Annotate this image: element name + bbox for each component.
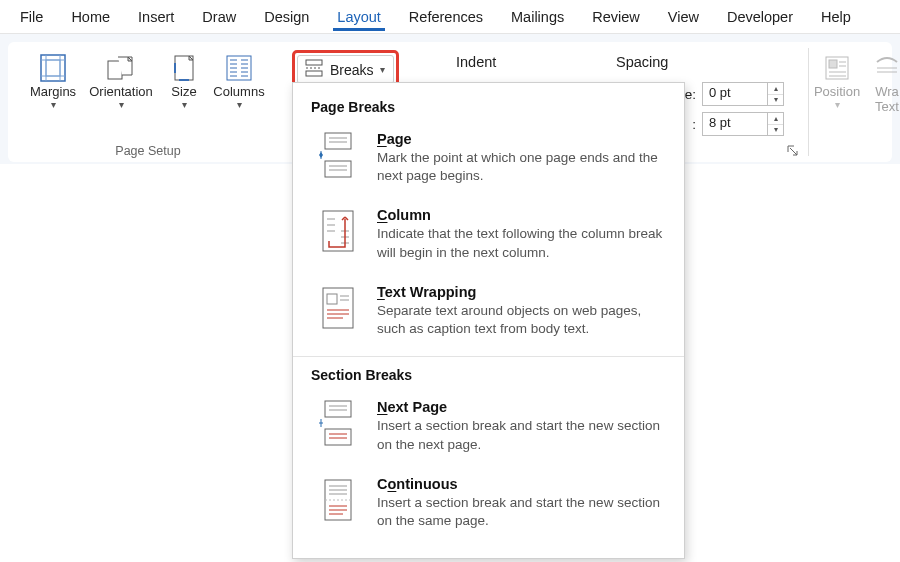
wrap-text-icon [869, 52, 900, 84]
tab-layout[interactable]: Layout [323, 3, 395, 30]
group-label-page-setup: Page Setup [14, 144, 282, 158]
break-option-continuous-desc: Insert a section break and start the new… [377, 494, 666, 530]
columns-label: Columns [213, 84, 264, 99]
tab-draw[interactable]: Draw [188, 3, 250, 30]
chevron-down-icon: ▾ [237, 99, 242, 110]
text-wrapping-break-icon [317, 284, 359, 332]
ribbon-tabs: File Home Insert Draw Design Layout Refe… [0, 0, 900, 34]
svg-rect-53 [325, 401, 351, 417]
size-button[interactable]: Size ▾ [161, 48, 207, 110]
orientation-button[interactable]: Orientation ▾ [81, 48, 161, 110]
chevron-down-icon: ▾ [182, 99, 187, 110]
tab-help[interactable]: Help [807, 3, 865, 30]
continuous-break-icon [317, 476, 359, 524]
break-option-next-page[interactable]: Next Page Insert a section break and sta… [293, 391, 684, 467]
chevron-down-icon: ▾ [380, 64, 385, 75]
svg-rect-21 [306, 60, 322, 65]
break-option-next-page-desc: Insert a section break and start the new… [377, 417, 666, 453]
column-break-icon [317, 207, 359, 255]
svg-rect-54 [325, 429, 351, 445]
svg-rect-33 [325, 161, 351, 177]
tab-review[interactable]: Review [578, 3, 654, 30]
section-breaks-heading: Section Breaks [293, 361, 684, 391]
page-breaks-heading: Page Breaks [293, 93, 684, 123]
spacing-after-input[interactable]: 8 pt [702, 112, 768, 136]
page-break-icon [317, 131, 359, 179]
columns-icon [221, 52, 257, 84]
wrap-text-label-2: Text [875, 99, 899, 114]
tab-design[interactable]: Design [250, 3, 323, 30]
svg-rect-1 [46, 60, 60, 76]
break-option-page[interactable]: Page Mark the point at which one page en… [293, 123, 684, 199]
break-option-page-title: Page [377, 131, 666, 147]
spacing-label: Spacing [616, 54, 668, 70]
chevron-up-icon[interactable]: ▴ [768, 83, 783, 95]
wrap-text-label-1: Wra [875, 84, 899, 99]
svg-rect-22 [306, 71, 322, 76]
tab-file[interactable]: File [6, 3, 57, 30]
ribbon: Margins ▾ Orientation ▾ Size ▾ [0, 34, 900, 164]
break-option-next-page-title: Next Page [377, 399, 666, 415]
group-page-setup: Margins ▾ Orientation ▾ Size ▾ [14, 48, 282, 158]
svg-rect-0 [41, 55, 65, 81]
svg-rect-32 [325, 133, 351, 149]
breaks-button[interactable]: Breaks ▾ [297, 55, 394, 84]
tab-mailings[interactable]: Mailings [497, 3, 578, 30]
spacing-after-stepper[interactable]: ▴▾ [768, 112, 784, 136]
group-arrange: Position ▾ Wra Text [808, 48, 900, 114]
break-option-page-desc: Mark the point at which one page ends an… [377, 149, 666, 185]
chevron-up-icon[interactable]: ▴ [768, 113, 783, 125]
margins-label: Margins [30, 84, 76, 99]
chevron-down-icon: ▾ [835, 99, 840, 110]
tab-insert[interactable]: Insert [124, 3, 188, 30]
margins-button[interactable]: Margins ▾ [25, 48, 81, 110]
orientation-icon [103, 52, 139, 84]
paragraph-dialog-launcher[interactable] [784, 142, 802, 160]
break-option-text-wrapping-desc: Separate text around objects on web page… [377, 302, 666, 338]
break-option-continuous[interactable]: Continuous Insert a section break and st… [293, 468, 684, 544]
break-option-column[interactable]: Column Indicate that the text following … [293, 199, 684, 275]
chevron-down-icon: ▾ [51, 99, 56, 110]
break-option-text-wrapping[interactable]: Text Wrapping Separate text around objec… [293, 276, 684, 352]
tab-developer[interactable]: Developer [713, 3, 807, 30]
margins-icon [35, 52, 71, 84]
size-label: Size [171, 84, 196, 99]
break-option-text-wrapping-title: Text Wrapping [377, 284, 666, 300]
position-button[interactable]: Position ▾ [808, 48, 866, 114]
dropdown-separator [293, 356, 684, 357]
chevron-down-icon[interactable]: ▾ [768, 125, 783, 136]
position-label: Position [814, 84, 860, 99]
breaks-label: Breaks [330, 62, 374, 78]
tab-view[interactable]: View [654, 3, 713, 30]
chevron-down-icon[interactable]: ▾ [768, 95, 783, 106]
svg-rect-25 [829, 60, 837, 68]
tab-home[interactable]: Home [57, 3, 124, 30]
tab-references[interactable]: References [395, 3, 497, 30]
breaks-dropdown: Page Breaks Page Mark the point at which… [292, 82, 685, 559]
orientation-label: Orientation [89, 84, 153, 99]
indent-label: Indent [456, 54, 616, 70]
spacing-before-stepper[interactable]: ▴▾ [768, 82, 784, 106]
spacing-before-input[interactable]: 0 pt [702, 82, 768, 106]
break-option-column-desc: Indicate that the text following the col… [377, 225, 666, 261]
columns-button[interactable]: Columns ▾ [207, 48, 271, 110]
break-option-continuous-title: Continuous [377, 476, 666, 492]
breaks-icon [304, 59, 324, 80]
next-page-break-icon [317, 399, 359, 447]
break-option-column-title: Column [377, 207, 666, 223]
chevron-down-icon: ▾ [119, 99, 124, 110]
position-icon [819, 52, 855, 84]
size-icon [166, 52, 202, 84]
wrap-text-button[interactable]: Wra Text [866, 48, 900, 114]
